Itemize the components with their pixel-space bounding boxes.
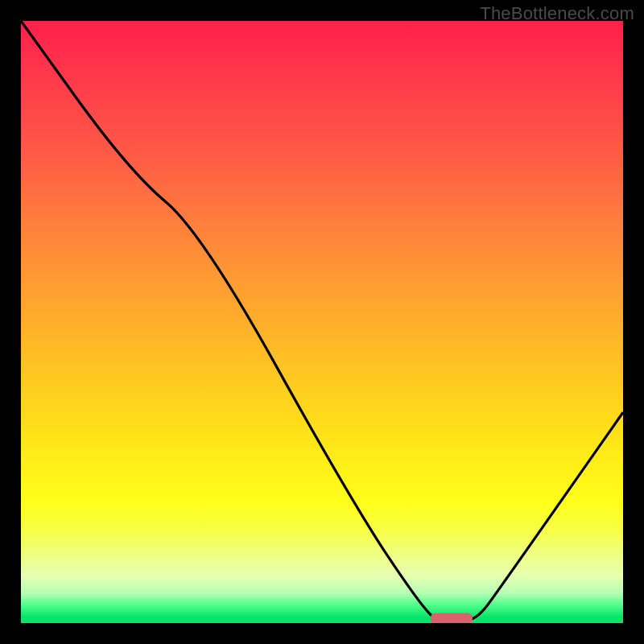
plot-area [21, 21, 623, 623]
optimal-marker [431, 613, 473, 623]
chart-frame: TheBottleneck.com [0, 0, 644, 644]
curve-overlay [21, 21, 623, 623]
bottleneck-curve-path [21, 21, 623, 623]
